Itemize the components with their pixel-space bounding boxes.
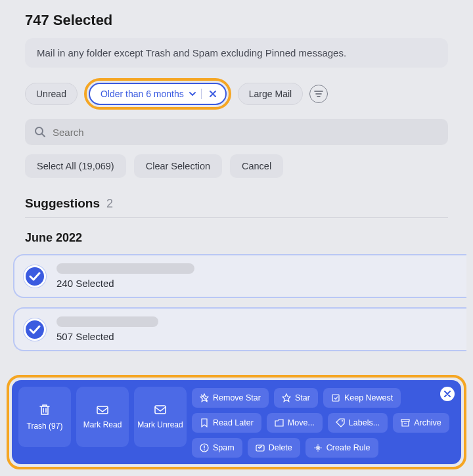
trash-label: Trash (97) xyxy=(27,422,63,431)
redacted-sender xyxy=(56,263,194,274)
folder-icon xyxy=(275,419,284,427)
mark-unread-label: Mark Unread xyxy=(137,420,183,429)
filter-settings-button[interactable] xyxy=(309,85,328,103)
keep-icon xyxy=(331,393,340,402)
star-button[interactable]: Star xyxy=(274,388,318,408)
chevron-down-icon xyxy=(189,92,196,96)
cancel-button[interactable]: Cancel xyxy=(230,154,283,178)
selection-actions: Select All (19,069) Clear Selection Canc… xyxy=(25,154,448,178)
trash-button[interactable]: Trash (97) xyxy=(18,387,71,447)
search-icon xyxy=(34,126,46,138)
checkmark-icon[interactable] xyxy=(24,318,46,341)
svg-rect-6 xyxy=(155,406,166,414)
suggestions-count: 2 xyxy=(106,197,113,211)
filter-unread[interactable]: Unread xyxy=(25,83,78,105)
rule-icon xyxy=(313,443,323,452)
star-icon xyxy=(282,393,291,402)
select-all-button[interactable]: Select All (19,069) xyxy=(25,154,126,178)
chip-label: Keep Newest xyxy=(344,393,393,402)
filter-older-than-label: Older than 6 months xyxy=(101,89,184,99)
suggestions-label: Suggestions xyxy=(25,196,100,211)
mark-read-label: Mark Read xyxy=(83,420,122,429)
star-off-icon xyxy=(200,393,209,402)
chip-label: Labels... xyxy=(349,418,380,427)
tag-icon xyxy=(336,418,345,427)
mark-unread-button[interactable]: Mark Unread xyxy=(134,387,187,447)
close-action-bar[interactable] xyxy=(440,387,455,401)
svg-rect-7 xyxy=(332,395,339,401)
trash-icon xyxy=(38,403,51,416)
close-icon xyxy=(444,391,451,397)
redacted-sender xyxy=(56,316,158,327)
checkmark-icon[interactable] xyxy=(24,265,46,288)
chip-label: Move... xyxy=(288,418,315,427)
remove-star-button[interactable]: Remove Star xyxy=(192,388,269,408)
envelope-open-icon xyxy=(96,404,109,415)
sender-group[interactable]: 240 Selected xyxy=(13,254,466,298)
action-bar: Trash (97) Mark Read Mark Unread Remove … xyxy=(12,380,461,464)
suggestions-header: Suggestions 2 xyxy=(25,196,448,218)
delete-icon xyxy=(256,444,265,452)
separator xyxy=(201,89,202,99)
group-selected-count: 240 Selected xyxy=(56,278,194,289)
action-bar-highlight: Trash (97) Mark Read Mark Unread Remove … xyxy=(7,375,466,469)
chip-label: Spam xyxy=(213,443,235,452)
keep-newest-button[interactable]: Keep Newest xyxy=(323,388,401,408)
chip-label: Read Later xyxy=(213,418,254,427)
warning-icon xyxy=(200,443,209,452)
svg-rect-5 xyxy=(97,406,108,414)
envelope-closed-icon xyxy=(154,404,167,415)
svg-point-8 xyxy=(342,420,343,422)
chip-label: Star xyxy=(295,393,310,402)
filter-description: Mail in any folder except Trash and Spam… xyxy=(25,38,448,68)
svg-line-4 xyxy=(42,134,45,137)
search-box[interactable] xyxy=(25,119,448,145)
chip-label: Delete xyxy=(269,443,292,452)
sender-group[interactable]: 507 Selected xyxy=(13,307,466,351)
spam-button[interactable]: Spam xyxy=(192,438,242,458)
chip-label: Create Rule xyxy=(327,443,371,452)
create-rule-button[interactable]: Create Rule xyxy=(305,438,378,458)
svg-point-12 xyxy=(204,449,205,450)
filter-icon xyxy=(314,90,323,98)
page-title: 747 Selected xyxy=(25,12,448,29)
chip-row: Remove Star Star Keep Newest Read Later … xyxy=(192,387,455,458)
read-later-button[interactable]: Read Later xyxy=(192,413,261,433)
search-input[interactable] xyxy=(53,127,439,138)
archive-icon xyxy=(401,419,410,427)
bookmark-icon xyxy=(200,418,209,427)
chip-label: Remove Star xyxy=(213,393,261,402)
archive-button[interactable]: Archive xyxy=(393,413,449,433)
filter-older-than[interactable]: Older than 6 months xyxy=(89,83,227,105)
clear-filter-icon[interactable] xyxy=(207,88,219,100)
group-selected-count: 507 Selected xyxy=(56,331,158,342)
filter-large-mail[interactable]: Large Mail xyxy=(238,83,303,105)
svg-rect-9 xyxy=(401,420,409,422)
chip-label: Archive xyxy=(414,418,441,427)
filter-row: Unread Older than 6 months Large Mail xyxy=(25,78,448,110)
mark-read-button[interactable]: Mark Read xyxy=(76,387,129,447)
month-heading: June 2022 xyxy=(25,231,448,245)
labels-button[interactable]: Labels... xyxy=(328,413,388,433)
move-button[interactable]: Move... xyxy=(267,413,323,433)
clear-selection-button[interactable]: Clear Selection xyxy=(134,154,222,178)
active-filter-highlight: Older than 6 months xyxy=(84,78,231,110)
delete-button[interactable]: Delete xyxy=(248,438,300,458)
